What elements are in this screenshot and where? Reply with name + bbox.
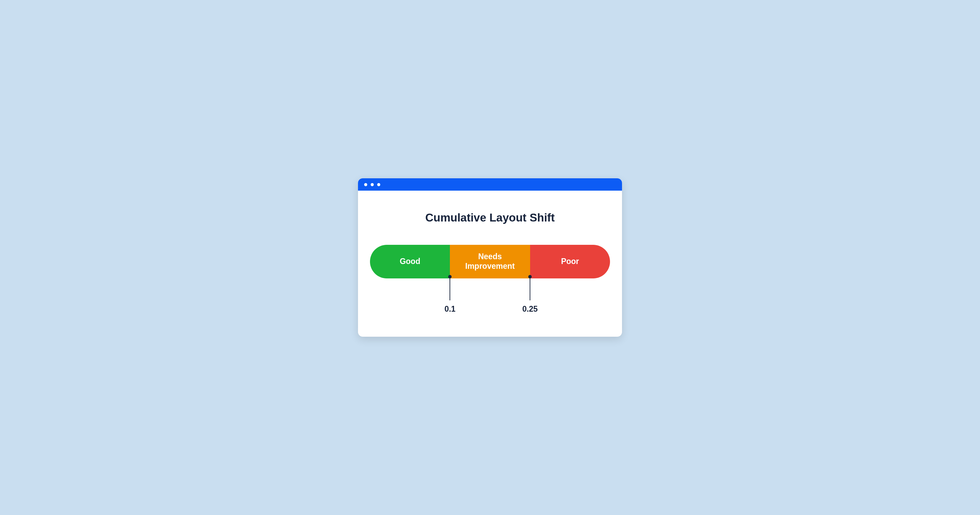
page-title: Cumulative Layout Shift <box>368 211 612 224</box>
segment-good-label: Good <box>400 257 420 266</box>
metric-bar: Good Needs Improvement Poor <box>370 245 610 278</box>
spacer <box>370 278 610 319</box>
threshold-marker-second: 0.25 <box>522 275 538 314</box>
marker-line <box>450 278 450 300</box>
metric-bar-container: Good Needs Improvement Poor 0.1 0.25 <box>370 245 610 319</box>
browser-window: Cumulative Layout Shift Good Needs Impro… <box>358 178 622 337</box>
title-bar <box>358 178 622 191</box>
segment-needs-label: Needs Improvement <box>465 252 515 271</box>
threshold-label-second: 0.25 <box>522 305 538 314</box>
threshold-marker-first: 0.1 <box>444 275 455 314</box>
segment-needs-improvement: Needs Improvement <box>450 245 530 278</box>
segment-good: Good <box>370 245 450 278</box>
window-dot-icon <box>371 183 374 186</box>
marker-line <box>530 278 530 300</box>
window-dot-icon <box>377 183 380 186</box>
content-area: Cumulative Layout Shift Good Needs Impro… <box>358 191 622 337</box>
segment-poor: Poor <box>530 245 610 278</box>
threshold-label-first: 0.1 <box>444 305 455 314</box>
window-dot-icon <box>364 183 367 186</box>
segment-poor-label: Poor <box>561 257 579 266</box>
